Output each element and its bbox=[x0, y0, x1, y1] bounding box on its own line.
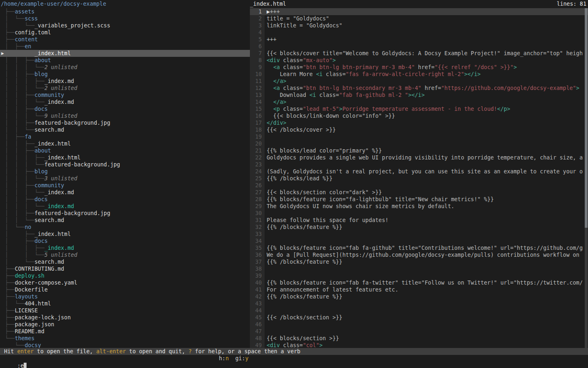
tree-row[interactable]: │ │ │ └──3 unlisted bbox=[0, 175, 250, 182]
tree-branch-lines: │ │ │ └── bbox=[5, 203, 45, 209]
tree-row[interactable]: ├──README.md bbox=[0, 328, 250, 335]
tree-row[interactable]: │ │ ├──about bbox=[0, 147, 250, 154]
tree-row[interactable]: │ └──scss bbox=[0, 15, 250, 22]
tree-row[interactable]: │ └──search.md bbox=[0, 258, 250, 265]
code-line: 19 bbox=[250, 133, 588, 140]
tree-row[interactable]: ├──Dockerfile bbox=[0, 286, 250, 293]
tree-row[interactable]: │ │ │ └──_index.md bbox=[0, 99, 250, 105]
tree-file-label: deploy.sh bbox=[15, 273, 45, 279]
tree-dir-label: en bbox=[24, 43, 31, 49]
tree-row[interactable]: │ │ └──search.md bbox=[0, 126, 250, 133]
preview-scrollbar[interactable] bbox=[585, 8, 588, 348]
code-text: {{% blocks/lead color="primary" %}} bbox=[265, 147, 588, 154]
line-number: 22 bbox=[250, 154, 265, 161]
code-text: <a class="btn btn-lg btn-secondary mr-3 … bbox=[265, 85, 588, 92]
tree-row[interactable]: │ │ │ └──9 unlisted bbox=[0, 112, 250, 119]
tree-branch-lines: │ │ ├── bbox=[5, 148, 35, 154]
tree-file-label: search.md bbox=[35, 127, 65, 133]
tree-row[interactable]: │ │ ├──_index.md bbox=[0, 245, 250, 251]
tree-row[interactable]: │ │ ├──docs bbox=[0, 105, 250, 112]
tree-row[interactable]: └──themes bbox=[0, 335, 250, 342]
tree-row[interactable]: ▶│ │ ├──_index.html bbox=[0, 50, 250, 57]
tree-row[interactable]: │ │ │ ├──_index.html bbox=[0, 154, 250, 161]
tree-row[interactable]: │ └──404.html bbox=[0, 300, 250, 307]
tree-row[interactable]: │ │ │ └──2 unlisted bbox=[0, 64, 250, 71]
tree-row[interactable]: │ │ └──5 unlisted bbox=[0, 251, 250, 258]
tree-dir-label: fa bbox=[24, 134, 31, 140]
tree-branch-lines: ├── bbox=[5, 307, 15, 314]
tree-row[interactable]: │ │ │ ├──_index.md bbox=[0, 78, 250, 85]
code-text: {{% blocks/feature icon="fab fa-twitter"… bbox=[265, 279, 588, 286]
tree-branch-lines: │ │ │ └── bbox=[5, 162, 45, 168]
code-text: {{% /blocks/feature %}} bbox=[265, 258, 588, 265]
line-number: 2 bbox=[250, 15, 265, 22]
code-text bbox=[265, 307, 588, 314]
tree-row[interactable]: │ │ ├──featured-background.jpg bbox=[0, 210, 250, 217]
tree-row[interactable]: ├──package-lock.json bbox=[0, 314, 250, 321]
tree-row[interactable]: │ ├──_index.html bbox=[0, 231, 250, 238]
tree-row[interactable]: │ │ ├──community bbox=[0, 92, 250, 99]
code-rows: 1▶+++2title = "Goldydocs"3linkTitle = "G… bbox=[250, 8, 588, 348]
line-number: 24 bbox=[250, 168, 265, 175]
tree-file-label: featured-background.jpg bbox=[35, 120, 110, 126]
tree-dir-label: blog bbox=[35, 168, 48, 175]
code-line: 1▶+++ bbox=[250, 8, 588, 15]
tree-branch-lines: │ └── bbox=[5, 16, 24, 22]
line-number: 37 bbox=[250, 258, 265, 265]
line-number: 42 bbox=[250, 293, 265, 300]
command-input[interactable]: :e h:n gi:y bbox=[0, 355, 588, 362]
code-text: The Goldydocs UI now shows chair size me… bbox=[265, 203, 588, 210]
tree-row[interactable]: │ ├──fa bbox=[0, 133, 250, 140]
tree-row[interactable]: │ │ ├──_index.html bbox=[0, 140, 250, 147]
tree-row[interactable]: │ │ │ └──_index.md bbox=[0, 203, 250, 210]
code-text: (Sadly, Goldydocs isn't a real project, … bbox=[265, 168, 588, 175]
tree-row[interactable]: │ │ ├──community bbox=[0, 182, 250, 189]
code-text: </div> bbox=[265, 119, 588, 126]
tree-row[interactable]: │ │ ├──blog bbox=[0, 168, 250, 175]
code-text: title = "Goldydocs" bbox=[265, 15, 588, 22]
line-number: 3 bbox=[250, 22, 265, 29]
tree-row[interactable]: └──docsy bbox=[0, 342, 250, 348]
tree-row[interactable]: ├──content bbox=[0, 36, 250, 43]
tree-row[interactable]: ├──docker-compose.yaml bbox=[0, 279, 250, 286]
code-text bbox=[265, 321, 588, 328]
tree-dir-label: about bbox=[35, 57, 51, 63]
mode-flags: h:n gi:y bbox=[219, 355, 249, 362]
tree-row[interactable]: │ │ │ └──2 unlisted bbox=[0, 85, 250, 92]
code-line: 18{{< /blocks/cover >}} bbox=[250, 126, 588, 133]
line-number: 48 bbox=[250, 335, 265, 342]
tree-row[interactable]: │ │ ├──docs bbox=[0, 196, 250, 203]
tree-row[interactable]: │ └──_variables_project.scss bbox=[0, 22, 250, 29]
tree-row[interactable]: │ │ ├──featured-background.jpg bbox=[0, 119, 250, 126]
tree-dir-label: layouts bbox=[15, 294, 38, 300]
code-line: 13 Download <i class="fab fa-github ml-2… bbox=[250, 92, 588, 99]
tree-row[interactable]: ├──CONTRIBUTING.md bbox=[0, 265, 250, 272]
tree-row[interactable]: │ ├──en bbox=[0, 43, 250, 50]
line-number: 1 bbox=[250, 8, 265, 15]
tree-row[interactable]: │ │ │ └──_index.md bbox=[0, 189, 250, 196]
line-number: 25 bbox=[250, 175, 265, 182]
tree-row[interactable]: │ │ │ └──featured-background.jpg bbox=[0, 161, 250, 168]
unlisted-count: 3 unlisted bbox=[45, 175, 78, 182]
tree-row[interactable]: ├──LICENSE bbox=[0, 307, 250, 314]
tree-row[interactable]: │ │ ├──about bbox=[0, 57, 250, 64]
tree-branch-lines: │ └── bbox=[5, 22, 35, 29]
tree-row[interactable]: ├──package.json bbox=[0, 321, 250, 328]
tree-dir-label: assets bbox=[15, 9, 34, 15]
tree-row[interactable]: ├──assets bbox=[0, 8, 250, 15]
tree-row[interactable]: ├──deploy.sh bbox=[0, 272, 250, 279]
code-line: 20 bbox=[250, 140, 588, 147]
tree-row[interactable]: ├──config.toml bbox=[0, 29, 250, 36]
tree-row[interactable]: │ │ ├──blog bbox=[0, 71, 250, 78]
code-line: 11 </a> bbox=[250, 78, 588, 85]
line-number: 44 bbox=[250, 307, 265, 314]
line-number: 46 bbox=[250, 321, 265, 328]
tree-row[interactable]: │ └──no bbox=[0, 224, 250, 231]
line-number: 10 bbox=[250, 71, 265, 78]
code-text: Learn More <i class="fas fa-arrow-alt-ci… bbox=[265, 71, 588, 78]
scrollbar-thumb[interactable] bbox=[585, 8, 588, 228]
tree-row[interactable]: │ ├──docs bbox=[0, 238, 250, 245]
status-text: for help, or a space then a verb bbox=[192, 348, 301, 355]
tree-row[interactable]: │ │ └──search.md bbox=[0, 217, 250, 224]
tree-row[interactable]: ├──layouts bbox=[0, 293, 250, 300]
